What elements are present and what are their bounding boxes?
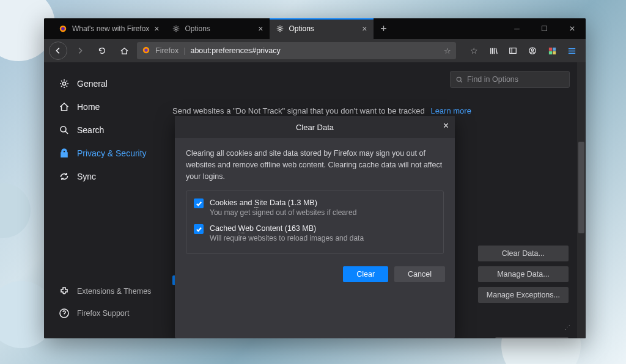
dialog-close-button[interactable]: × xyxy=(443,120,449,131)
dialog-header: Clear Data × xyxy=(175,116,455,138)
clear-data-dialog: Clear Data × Clearing all cookies and si… xyxy=(175,116,455,338)
close-window-button[interactable]: ✕ xyxy=(558,18,586,39)
svg-point-8 xyxy=(531,49,534,51)
bookmarks-button[interactable]: ☆ xyxy=(465,42,483,60)
tab-options-2[interactable]: Options × xyxy=(270,18,374,39)
close-icon[interactable]: × xyxy=(362,24,367,34)
forward-button[interactable] xyxy=(71,42,89,60)
library-button[interactable] xyxy=(484,42,503,60)
gear-icon xyxy=(276,24,284,33)
home-button[interactable] xyxy=(115,42,133,60)
tab-whats-new[interactable]: What's new with Firefox × xyxy=(53,18,166,39)
option-subtext: You may get signed out of websites if cl… xyxy=(210,208,356,217)
extension-button[interactable] xyxy=(543,42,561,60)
firefox-icon xyxy=(59,24,67,33)
window-controls: ─ ☐ ✕ xyxy=(503,18,586,39)
preferences-content: General Home Search Privacy & Security S… xyxy=(44,62,586,338)
checkbox-checked-icon[interactable] xyxy=(194,224,204,234)
svg-point-2 xyxy=(175,27,177,30)
dialog-options: Cookies and Site Data (1.3 MB) You may g… xyxy=(186,191,444,254)
firefox-identity-icon xyxy=(142,46,150,56)
close-icon[interactable]: × xyxy=(154,24,159,34)
bookmark-star-icon[interactable]: ☆ xyxy=(444,46,451,56)
svg-point-3 xyxy=(279,27,281,30)
browser-window: What's new with Firefox × Options × Opti… xyxy=(44,18,586,338)
option-subtext: Will require websites to reload images a… xyxy=(210,234,364,242)
close-icon[interactable]: × xyxy=(258,24,263,34)
url-text: about:preferences#privacy xyxy=(190,46,280,55)
dialog-overlay: Clear Data × Clearing all cookies and si… xyxy=(44,62,586,338)
svg-rect-9 xyxy=(548,47,551,50)
tab-label: Options xyxy=(185,24,210,33)
back-button[interactable] xyxy=(49,42,67,60)
svg-rect-10 xyxy=(552,47,555,50)
svg-rect-6 xyxy=(510,48,517,54)
dialog-cancel-button[interactable]: Cancel xyxy=(394,266,445,282)
svg-rect-12 xyxy=(552,51,555,54)
minimize-button[interactable]: ─ xyxy=(503,18,531,39)
dialog-title: Clear Data xyxy=(296,123,334,132)
new-tab-button[interactable]: + xyxy=(374,18,394,39)
tab-strip: What's new with Firefox × Options × Opti… xyxy=(44,18,586,39)
checkbox-checked-icon[interactable] xyxy=(194,198,204,208)
gear-icon xyxy=(172,24,180,33)
option-label: Cookies and Site Data (1.3 MB) xyxy=(210,198,356,207)
dialog-description: Clearing all cookies and site data store… xyxy=(186,148,444,182)
app-menu-button[interactable] xyxy=(562,42,581,60)
url-bar[interactable]: Firefox | about:preferences#privacy ☆ xyxy=(137,42,456,59)
svg-point-1 xyxy=(61,27,65,31)
tab-options-1[interactable]: Options × xyxy=(166,18,270,39)
nav-toolbar: Firefox | about:preferences#privacy ☆ ☆ xyxy=(44,39,586,62)
dialog-clear-button[interactable]: Clear xyxy=(343,266,388,282)
maximize-button[interactable]: ☐ xyxy=(531,18,558,39)
dialog-option-cookies[interactable]: Cookies and Site Data (1.3 MB) You may g… xyxy=(194,198,436,217)
account-button[interactable] xyxy=(523,42,542,60)
option-label: Cached Web Content (163 MB) xyxy=(210,224,364,233)
dialog-option-cache[interactable]: Cached Web Content (163 MB) Will require… xyxy=(194,224,436,242)
identity-label: Firefox xyxy=(155,46,179,55)
sidebar-button[interactable] xyxy=(504,42,522,60)
reload-button[interactable] xyxy=(93,42,111,60)
svg-rect-11 xyxy=(548,51,551,54)
tab-label: Options xyxy=(289,24,314,33)
svg-point-5 xyxy=(144,48,147,51)
tab-label: What's new with Firefox xyxy=(72,24,149,33)
dialog-footer: Clear Cancel xyxy=(175,264,455,292)
